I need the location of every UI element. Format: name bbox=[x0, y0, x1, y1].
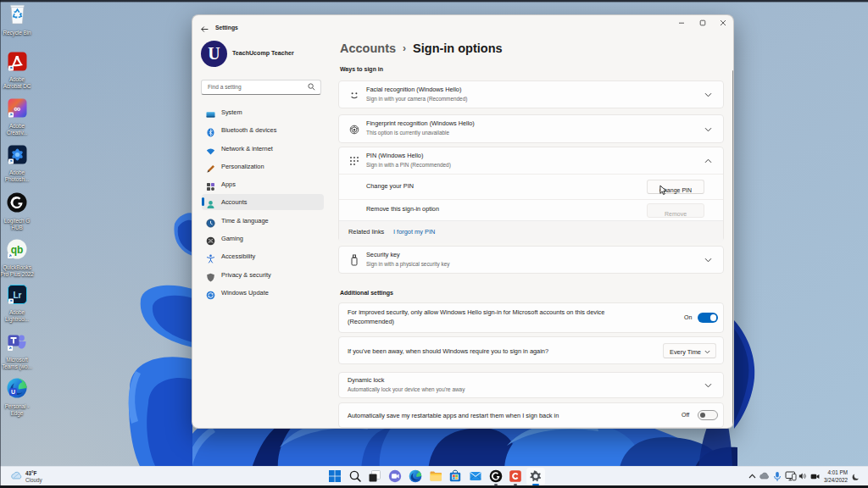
svg-text:∞: ∞ bbox=[14, 103, 20, 114]
svg-text:Lr: Lr bbox=[13, 291, 21, 300]
svg-text:qb: qb bbox=[11, 244, 24, 256]
svg-text:U: U bbox=[11, 389, 15, 395]
